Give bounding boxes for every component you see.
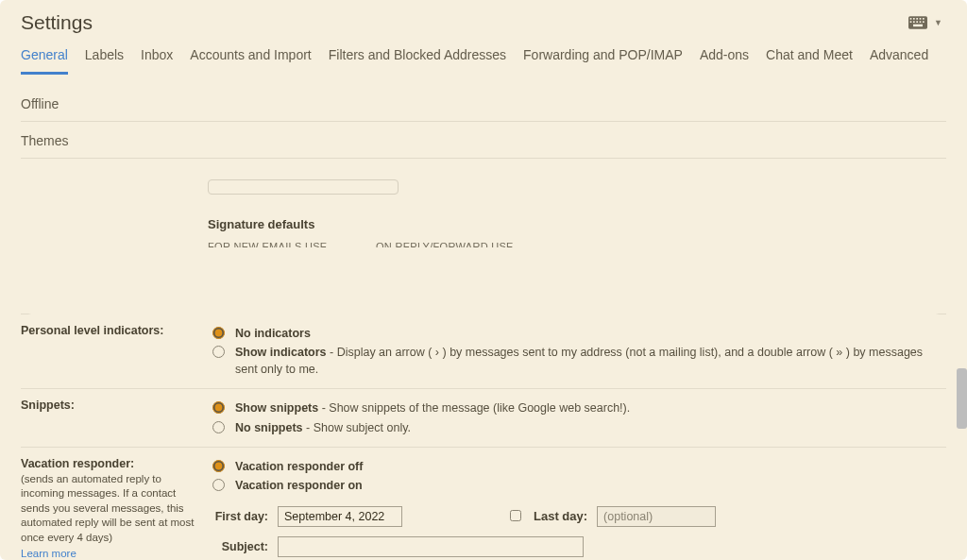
svg-rect-11 xyxy=(913,25,923,27)
chevron-down-icon: ▼ xyxy=(934,18,942,27)
svg-rect-8 xyxy=(916,21,918,23)
signature-edit-box[interactable] xyxy=(208,179,399,195)
pli-no-indicators-label: No indicators xyxy=(235,327,311,340)
vacation-on-radio[interactable] xyxy=(212,479,225,491)
last-day-input[interactable] xyxy=(597,506,716,527)
svg-rect-5 xyxy=(923,18,925,20)
svg-rect-9 xyxy=(920,21,922,23)
tab-forwarding[interactable]: Forwarding and POP/IMAP xyxy=(523,42,683,74)
snippets-label: Snippets: xyxy=(21,399,208,436)
signature-insert-before-checkbox[interactable] xyxy=(212,290,223,301)
svg-rect-1 xyxy=(910,18,912,20)
signature-reply-label: ON REPLY/FORWARD USE xyxy=(376,241,527,252)
svg-rect-10 xyxy=(923,21,925,23)
pli-label: Personal level indicators: xyxy=(21,324,208,379)
tab-general[interactable]: General xyxy=(21,42,68,75)
snippets-show-radio[interactable] xyxy=(212,401,225,414)
snippets-no-desc: - Show subject only. xyxy=(303,421,411,434)
vacation-on-label: Vacation responder on xyxy=(235,479,363,492)
signature-new-label: FOR NEW EMAILS USE xyxy=(208,241,359,252)
signature-insert-before-label: Insert signature before quoted text in r… xyxy=(231,288,675,301)
vacation-label: Vacation responder: xyxy=(21,457,200,470)
snippets-no-radio[interactable] xyxy=(212,421,225,433)
vacation-off-radio[interactable] xyxy=(212,460,225,472)
pli-show-indicators-desc: - Display an arrow ( › ) by messages sen… xyxy=(235,346,923,376)
vacation-off-label: Vacation responder off xyxy=(235,460,363,473)
snippets-show-label: Show snippets xyxy=(235,401,318,415)
svg-rect-7 xyxy=(913,21,915,23)
pli-no-indicators-radio[interactable] xyxy=(212,327,225,339)
snippets-show-desc: - Show snippets of the message (like Goo… xyxy=(318,401,630,415)
pli-show-indicators-radio[interactable] xyxy=(212,346,225,358)
page-title: Settings xyxy=(21,11,93,34)
tab-addons[interactable]: Add-ons xyxy=(700,42,749,74)
signature-reply-select[interactable]: No signature xyxy=(376,256,527,279)
tab-inbox[interactable]: Inbox xyxy=(141,42,173,74)
last-day-label: Last day: xyxy=(534,509,587,523)
svg-rect-3 xyxy=(916,18,918,20)
signature-new-select[interactable]: No signature xyxy=(208,256,359,279)
tab-offline[interactable]: Offline xyxy=(21,91,59,121)
vacation-sub: (sends an automated reply to incoming me… xyxy=(21,472,200,546)
input-tools-button[interactable]: ▼ xyxy=(905,14,946,31)
svg-rect-4 xyxy=(920,18,922,20)
subject-input[interactable] xyxy=(278,536,584,557)
last-day-checkbox[interactable] xyxy=(510,510,521,521)
signature-defaults-heading: Signature defaults xyxy=(208,217,946,231)
tab-labels[interactable]: Labels xyxy=(85,42,124,74)
svg-rect-6 xyxy=(910,21,912,23)
tab-accounts[interactable]: Accounts and Import xyxy=(190,42,311,74)
tab-filters[interactable]: Filters and Blocked Addresses xyxy=(329,42,506,74)
snippets-no-label: No snippets xyxy=(235,421,303,434)
svg-rect-2 xyxy=(913,18,915,20)
tab-themes[interactable]: Themes xyxy=(21,127,69,158)
first-day-input[interactable] xyxy=(278,506,402,527)
tab-advanced[interactable]: Advanced xyxy=(870,42,928,74)
subject-label: Subject: xyxy=(208,540,268,553)
vacation-learn-more-link[interactable]: Learn more xyxy=(21,548,76,559)
tab-chat[interactable]: Chat and Meet xyxy=(766,42,853,74)
first-day-label: First day: xyxy=(208,510,268,523)
pli-show-indicators-label: Show indicators xyxy=(235,346,327,359)
scrollbar[interactable] xyxy=(957,368,967,429)
keyboard-icon xyxy=(908,16,927,29)
